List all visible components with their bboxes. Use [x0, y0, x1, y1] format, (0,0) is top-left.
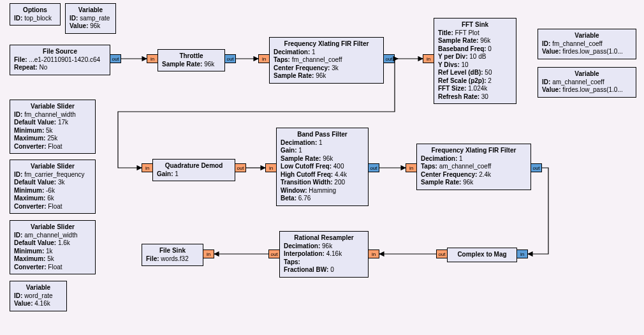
block-title: Variable [14, 284, 62, 292]
port-out[interactable]: out [110, 54, 121, 63]
port-out[interactable]: out [383, 54, 395, 63]
block-complex-to-mag[interactable]: Complex to Mag [447, 248, 517, 262]
block-slider-fm-width[interactable]: Variable Slider ID: fm_channel_width Def… [10, 100, 96, 154]
block-title: Quadrature Demod [157, 162, 231, 170]
block-file-source[interactable]: File Source File: ...e1-20110901-1420.c6… [10, 45, 110, 75]
port-in[interactable]: in [203, 249, 214, 258]
port-in[interactable]: in [516, 249, 528, 258]
block-rational-resampler[interactable]: Rational Resampler Decimation: 96k Inter… [279, 231, 369, 278]
block-file-sink[interactable]: File Sink File: words.f32 [142, 244, 203, 266]
port-in[interactable]: in [258, 54, 270, 63]
block-throttle[interactable]: Throttle Sample Rate: 96k [157, 49, 225, 71]
port-in[interactable]: in [423, 54, 434, 63]
block-quadrature-demod[interactable]: Quadrature Demod Gain: 1 [152, 159, 235, 181]
block-freq-xlating-fir-1[interactable]: Frequency Xlating FIR Filter Decimation:… [269, 37, 384, 84]
block-title: File Source [14, 48, 106, 56]
block-title: Frequency Xlating FIR Filter [274, 40, 379, 48]
port-out-float[interactable]: out [436, 249, 448, 258]
block-title: Variable [542, 32, 632, 40]
port-out[interactable]: out [224, 54, 236, 63]
block-title: Frequency Xlating FIR Filter [421, 147, 527, 155]
block-variable-word-rate[interactable]: Variable ID: word_rate Value: 4.16k [10, 281, 67, 311]
block-slider-am-width[interactable]: Variable Slider ID: am_channel_width Def… [10, 220, 96, 274]
block-title: Variable Slider [14, 223, 91, 232]
block-freq-xlating-fir-2[interactable]: Frequency Xlating FIR Filter Decimation:… [416, 144, 531, 190]
block-title: Variable [70, 6, 112, 15]
port-in[interactable]: in [142, 163, 153, 172]
block-title: Throttle [162, 52, 221, 61]
block-title: Band Pass Filter [281, 131, 364, 139]
block-options[interactable]: Options ID: top_block [10, 3, 61, 26]
port-out[interactable]: out [531, 163, 542, 172]
block-title: Complex to Mag [451, 251, 513, 259]
port-out[interactable]: out [368, 163, 379, 172]
port-out-float[interactable]: out [268, 249, 280, 258]
block-title: Variable [542, 70, 632, 78]
port-in[interactable]: in [147, 54, 158, 63]
block-variable-fm-coeff[interactable]: Variable ID: fm_channel_coeff Value: fir… [538, 29, 636, 59]
block-title: Options [14, 6, 56, 15]
block-title: Variable Slider [14, 103, 91, 111]
block-band-pass-filter[interactable]: Band Pass Filter Decimation: 1 Gain: 1 S… [276, 128, 369, 206]
block-variable-am-coeff[interactable]: Variable ID: am_channel_coeff Value: fir… [538, 67, 636, 98]
block-title: Rational Resampler [284, 234, 364, 242]
port-in[interactable]: in [265, 163, 277, 172]
block-title: FFT Sink [438, 21, 512, 29]
port-in[interactable]: in [368, 249, 379, 258]
port-out-float[interactable]: out [235, 163, 246, 172]
block-title: Variable Slider [14, 163, 91, 171]
block-title: File Sink [146, 247, 199, 255]
block-slider-fm-carrier[interactable]: Variable Slider ID: fm_carrier_frequency… [10, 160, 96, 214]
port-in[interactable]: in [406, 163, 417, 172]
block-fft-sink[interactable]: FFT Sink Title: FFT Plot Sample Rate: 96… [434, 18, 516, 104]
block-variable-samp-rate[interactable]: Variable ID: samp_rate Value: 96k [65, 3, 116, 34]
